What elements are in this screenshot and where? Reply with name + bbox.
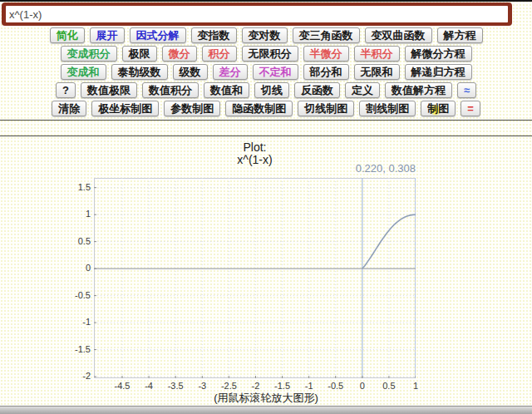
y-axis-tick-label: 1.5	[59, 182, 91, 193]
y-axis-tick-label: -1	[59, 317, 91, 328]
toolbar-button[interactable]: 变指数	[191, 27, 237, 43]
plot-canvas[interactable]	[94, 178, 416, 378]
toolbar-button[interactable]: 半积分	[354, 46, 400, 62]
plot-title: Plot:	[94, 141, 416, 154]
x-axis-tick-label: 0.5	[377, 381, 401, 391]
toolbar-button[interactable]: 不定和	[253, 64, 298, 80]
x-axis-tick-label: -3.5	[164, 381, 187, 391]
toolbar-button[interactable]: 清除	[52, 101, 86, 116]
y-axis-tick-label: 0.5	[59, 236, 91, 247]
toolbar-row: 变成和泰勒级数级数差分不定和部分和无限和解递归方程	[0, 64, 532, 80]
toolbar-button[interactable]: 变成和	[61, 64, 106, 80]
toolbar-button[interactable]: 部分和	[303, 64, 349, 80]
toolbar-button[interactable]: 简化	[50, 27, 85, 43]
toolbar-button[interactable]: 无限积分	[242, 46, 298, 62]
x-axis-tick-label: -1	[298, 381, 321, 391]
toolbar-button[interactable]: 割线制图	[359, 101, 416, 116]
x-axis-tick-label: -2.5	[217, 381, 240, 391]
plot-region: Plot: x^(1-x) 0.220, 0.308 -4.5-4-3.5-3-…	[0, 136, 532, 407]
toolbar: 简化展开因式分解变指数变对数变三角函数变双曲函数解方程变成积分极限微分积分无限积…	[0, 27, 532, 119]
toolbar-row: 清除极坐标制图参数制图隐函数制图切线制图割线制图制图=	[0, 101, 532, 116]
zoom-hint: (用鼠标滚轮放大图形)	[0, 391, 532, 406]
x-axis-tick-label: -4	[137, 381, 160, 391]
x-axis-tick-label: -2	[244, 381, 267, 391]
x-axis-tick-label: -3	[190, 381, 214, 391]
plot-frame	[95, 179, 416, 378]
horizontal-scrollbar[interactable]	[0, 406, 532, 414]
x-axis-tick-label: -0.5	[324, 381, 347, 391]
toolbar-row: ?数值极限数值积分数值和切线反函数定义数值解方程≈	[0, 82, 532, 98]
toolbar-button[interactable]: 参数制图	[164, 101, 220, 116]
y-axis-tick-label: 1	[59, 209, 91, 219]
toolbar-button[interactable]: 解递归方程	[405, 64, 472, 80]
expression-input-frame	[2, 2, 512, 26]
toolbar-button[interactable]: 反函数	[294, 82, 340, 98]
toolbar-row: 变成积分极限微分积分无限积分半微分半积分解微分方程	[0, 46, 532, 62]
toolbar-button[interactable]: 差分	[213, 64, 248, 80]
toolbar-button[interactable]: 极坐标制图	[91, 101, 159, 116]
x-axis-tick-label: -4.5	[111, 381, 134, 391]
divider	[0, 120, 532, 136]
toolbar-button[interactable]: 变双曲函数	[365, 27, 432, 43]
cursor-coordinates: 0.220, 0.308	[94, 162, 416, 175]
toolbar-button[interactable]: 解微分方程	[405, 46, 472, 62]
toolbar-button[interactable]: ≈	[457, 82, 476, 98]
toolbar-row: 简化展开因式分解变指数变对数变三角函数变双曲函数解方程	[0, 27, 532, 43]
toolbar-button[interactable]: 定义	[345, 82, 380, 98]
toolbar-button[interactable]: 展开	[90, 27, 125, 43]
y-axis-tick-label: -2	[59, 371, 91, 382]
toolbar-button[interactable]: 变成积分	[61, 46, 117, 62]
toolbar-button[interactable]: 切线	[254, 82, 289, 98]
toolbar-button[interactable]: =	[461, 101, 480, 116]
top-border	[0, 0, 532, 2]
toolbar-button[interactable]: 极限	[122, 46, 157, 62]
toolbar-button[interactable]: 泰勒级数	[111, 64, 168, 80]
toolbar-button[interactable]: 无限和	[354, 64, 400, 80]
toolbar-button[interactable]: 制图	[421, 101, 456, 116]
toolbar-button[interactable]: ?	[56, 82, 76, 98]
y-axis-tick-label: -1.5	[59, 344, 91, 355]
toolbar-button[interactable]: 数值和	[204, 82, 249, 98]
x-axis-tick-label: 1	[404, 381, 427, 391]
y-axis-tick-label: 0	[59, 263, 91, 274]
toolbar-button[interactable]: 数值积分	[142, 82, 199, 98]
y-axis-tick-label: -0.5	[59, 290, 91, 301]
app-window: 简化展开因式分解变指数变对数变三角函数变双曲函数解方程变成积分极限微分积分无限积…	[0, 0, 532, 414]
toolbar-button[interactable]: 解方程	[437, 27, 483, 43]
toolbar-button[interactable]: 变对数	[242, 27, 288, 43]
x-axis-tick-label: -1.5	[271, 381, 294, 391]
toolbar-button[interactable]: 级数	[173, 64, 208, 80]
toolbar-button[interactable]: 切线制图	[298, 101, 354, 116]
x-axis-tick-label: 0	[351, 381, 374, 391]
expression-input[interactable]	[6, 6, 508, 22]
toolbar-button[interactable]: 数值解方程	[385, 82, 452, 98]
toolbar-button[interactable]: 积分	[202, 46, 237, 62]
toolbar-button[interactable]: 因式分解	[130, 27, 186, 43]
toolbar-button[interactable]: 微分	[162, 46, 197, 62]
toolbar-button[interactable]: 数值极限	[81, 82, 137, 98]
toolbar-button[interactable]: 隐函数制图	[225, 101, 293, 116]
toolbar-button[interactable]: 变三角函数	[293, 27, 360, 43]
toolbar-button[interactable]: 半微分	[303, 46, 349, 62]
